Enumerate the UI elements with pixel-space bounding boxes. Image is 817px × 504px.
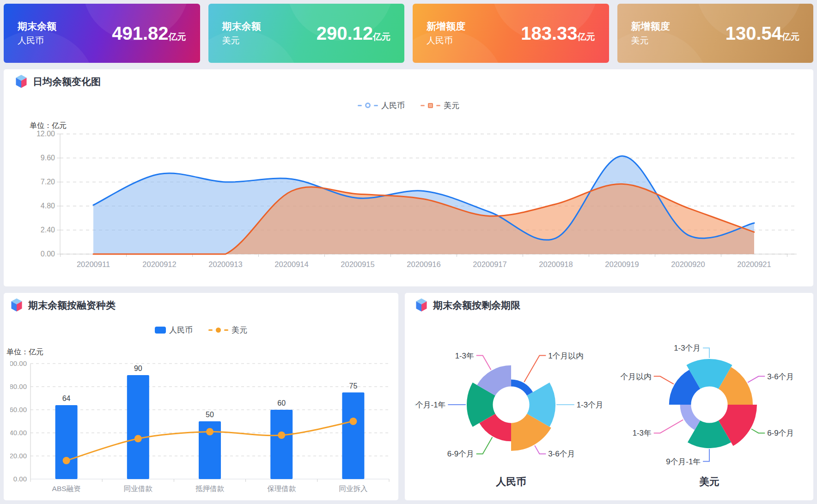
svg-text:同业借款: 同业借款: [124, 485, 153, 492]
kpi-card-labels: 期末余额 美元: [222, 20, 261, 47]
kpi-card-newquota-cny: 新增额度 人民币 183.33亿元: [413, 4, 609, 63]
svg-text:20200919: 20200919: [605, 260, 639, 268]
kpi-card-value-group: 183.33亿元: [521, 23, 595, 44]
remaining-term-donut-cny: 1个月以内1-3个月3-6个月6-9个月9个月-1年1-3年人民币: [415, 316, 611, 494]
svg-text:12.00: 12.00: [37, 130, 55, 138]
svg-text:1-3年: 1-3年: [633, 429, 652, 437]
unit-label: 单位：亿元: [30, 121, 67, 131]
svg-text:9.60: 9.60: [41, 154, 55, 162]
svg-text:抵押借款: 抵押借款: [195, 485, 225, 492]
svg-text:75: 75: [349, 382, 358, 390]
kpi-card-labels: 新增额度 人民币: [427, 20, 465, 47]
svg-text:64: 64: [62, 395, 71, 402]
cube-icon: [415, 298, 428, 312]
legend-square-marker-icon: [428, 103, 433, 108]
kpi-card-balance-cny: 期末余额 人民币 491.82亿元: [4, 4, 200, 63]
kpi-card-value: 290.12: [317, 23, 373, 43]
kpi-card-unit: 亿元: [373, 32, 390, 42]
panel-title-row: 日均余额变化图: [15, 75, 802, 89]
legend-dash: [358, 105, 362, 106]
svg-text:1-3个月: 1-3个月: [674, 344, 701, 352]
svg-text:保理借款: 保理借款: [267, 485, 296, 492]
kpi-card-subtitle: 人民币: [427, 35, 465, 47]
legend-circle-marker-icon: [365, 103, 371, 108]
svg-text:20200911: 20200911: [77, 260, 110, 268]
kpi-card-value: 491.82: [112, 23, 168, 43]
financing-bar-chart: 100.0080.0060.0040.0020.000.0064ABS融资90同…: [10, 357, 392, 496]
legend-item-cny[interactable]: 人民币: [358, 100, 405, 111]
kpi-card-unit: 亿元: [578, 32, 595, 42]
kpi-card-title: 新增额度: [631, 20, 670, 32]
kpi-card-value: 130.54: [726, 23, 782, 43]
svg-text:20200916: 20200916: [407, 260, 440, 268]
unit-label: 单位：亿元: [6, 347, 43, 357]
svg-text:20200918: 20200918: [539, 260, 573, 268]
svg-text:7.20: 7.20: [41, 178, 55, 186]
svg-text:60: 60: [277, 399, 286, 407]
svg-text:60.00: 60.00: [10, 406, 27, 413]
svg-text:0.00: 0.00: [13, 475, 27, 483]
kpi-cards-row: 期末余额 人民币 491.82亿元 期末余额 美元 290.12亿元 新增额度 …: [4, 4, 813, 63]
svg-text:100.00: 100.00: [10, 359, 27, 367]
panel-financing-type: 期末余额按融资种类 人民币 美元 单位：亿元 100.0080.0060.004…: [4, 293, 398, 500]
kpi-card-unit: 亿元: [169, 32, 186, 42]
svg-text:20200913: 20200913: [208, 260, 242, 268]
svg-text:个月以内: 个月以内: [620, 372, 651, 381]
svg-text:90: 90: [134, 364, 142, 372]
kpi-card-subtitle: 美元: [631, 35, 670, 47]
legend-bar-marker-icon: [155, 327, 166, 334]
svg-text:20.00: 20.00: [10, 452, 27, 460]
svg-text:20200921: 20200921: [737, 260, 771, 268]
legend-label: 美元: [444, 100, 459, 111]
svg-text:美元: 美元: [699, 476, 719, 487]
svg-text:40.00: 40.00: [10, 429, 27, 437]
kpi-card-value: 183.33: [521, 23, 577, 43]
kpi-card-labels: 期末余额 人民币: [18, 20, 56, 47]
donut-slice[interactable]: [511, 380, 533, 396]
svg-text:6-9个月: 6-9个月: [447, 449, 474, 458]
svg-text:20200914: 20200914: [274, 260, 308, 268]
svg-text:1-3年: 1-3年: [455, 352, 474, 360]
panel-daily-balance: 日均余额变化图 人民币 美元 单位：亿元 12.009.607.204.802.…: [4, 69, 813, 286]
cube-icon: [15, 75, 28, 89]
svg-text:20200912: 20200912: [142, 260, 176, 268]
legend-item-usd[interactable]: 美元: [421, 100, 459, 111]
svg-text:80.00: 80.00: [10, 383, 27, 390]
panel-title: 期末余额按剩余期限: [433, 299, 520, 312]
legend-dash: [208, 329, 213, 331]
svg-text:9个月-1年: 9个月-1年: [415, 401, 445, 409]
kpi-card-newquota-usd: 新增额度 美元 130.54亿元: [617, 4, 814, 63]
panel-title: 日均余额变化图: [33, 75, 101, 88]
legend-dot-marker-icon: [216, 328, 221, 333]
svg-text:20200920: 20200920: [671, 260, 705, 268]
kpi-card-subtitle: 美元: [222, 35, 261, 47]
kpi-card-value-group: 130.54亿元: [726, 23, 799, 44]
svg-text:ABS融资: ABS融资: [52, 485, 81, 492]
kpi-card-title: 期末余额: [18, 20, 56, 32]
panel-title: 期末余额按融资种类: [28, 299, 116, 312]
svg-text:0.00: 0.00: [41, 250, 55, 258]
remaining-term-donut-usd: 1-3个月3-6个月6-9个月9个月-1年1-3年个月以内美元: [611, 316, 807, 494]
panel-title-row: 期末余额按融资种类: [10, 298, 392, 312]
kpi-card-unit: 亿元: [782, 32, 799, 42]
legend-label: 美元: [232, 325, 247, 335]
svg-text:20200915: 20200915: [341, 260, 374, 268]
svg-text:20200917: 20200917: [473, 260, 506, 268]
legend-item-cny[interactable]: 人民币: [155, 325, 193, 335]
svg-text:6-9个月: 6-9个月: [767, 429, 794, 437]
legend-dash: [224, 329, 228, 331]
legend-dash: [374, 105, 378, 106]
svg-text:1个月以内: 1个月以内: [548, 352, 584, 360]
svg-text:同业拆入: 同业拆入: [339, 485, 367, 492]
daily-balance-area-chart: 12.009.607.204.802.400.00202009112020091…: [15, 128, 800, 281]
panel-title-row: 期末余额按剩余期限: [415, 298, 807, 312]
svg-text:人民币: 人民币: [495, 476, 526, 487]
bottom-row: 期末余额按融资种类 人民币 美元 单位：亿元 100.0080.0060.004…: [4, 293, 813, 500]
donut-charts-container: 1个月以内1-3个月3-6个月6-9个月9个月-1年1-3年人民币 1-3个月3…: [415, 316, 807, 494]
panel-remaining-term: 期末余额按剩余期限 1个月以内1-3个月3-6个月6-9个月9个月-1年1-3年…: [405, 293, 813, 500]
svg-text:50: 50: [206, 411, 214, 419]
cube-icon: [10, 298, 23, 312]
kpi-card-value-group: 290.12亿元: [317, 23, 390, 44]
svg-text:4.80: 4.80: [41, 202, 55, 210]
legend-item-usd[interactable]: 美元: [208, 325, 247, 335]
